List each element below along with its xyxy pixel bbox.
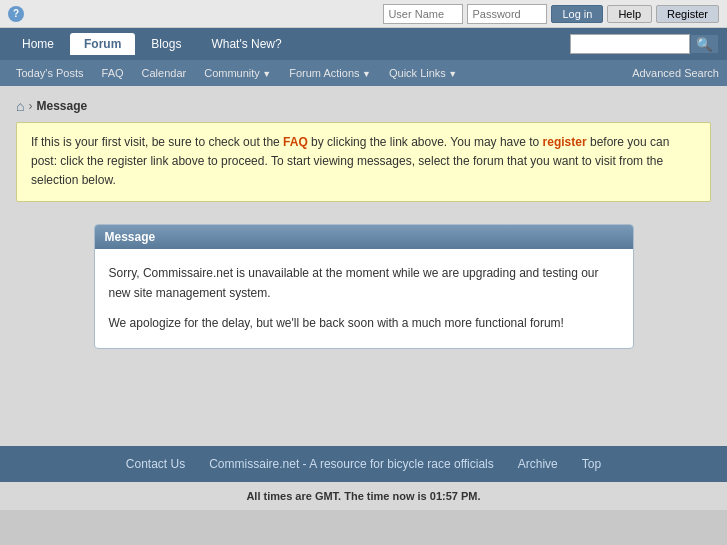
- footer-link-top[interactable]: Top: [582, 457, 601, 471]
- footer: Contact Us Commissaire.net - A resource …: [0, 446, 727, 482]
- message-line-1: Sorry, Commissaire.net is unavailable at…: [109, 263, 619, 304]
- nav-bar: Home Forum Blogs What's New? 🔍: [0, 28, 727, 60]
- top-bar: ? Log in Help Register: [0, 0, 727, 28]
- advanced-search-link[interactable]: Advanced Search: [632, 67, 719, 79]
- footer-link-contact-us[interactable]: Contact Us: [126, 457, 185, 471]
- content-area: ⌂ › Message If this is your first visit,…: [0, 86, 727, 446]
- sub-nav: Today's Posts FAQ Calendar Community For…: [0, 60, 727, 86]
- subnav-item-forum-actions[interactable]: Forum Actions: [281, 64, 379, 82]
- nav-search: 🔍: [570, 34, 719, 54]
- breadcrumb-separator: ›: [28, 99, 32, 113]
- top-bar-left: ?: [8, 6, 24, 22]
- nav-item-home[interactable]: Home: [8, 33, 68, 55]
- notice-register-link[interactable]: register: [543, 135, 587, 149]
- footer-link-archive[interactable]: Archive: [518, 457, 558, 471]
- password-input[interactable]: [467, 4, 547, 24]
- help-button[interactable]: Help: [607, 5, 652, 23]
- bottombar-text-end: .: [478, 490, 481, 502]
- bottombar-time: 01:57 PM: [430, 490, 478, 502]
- subnav-item-quick-links[interactable]: Quick Links: [381, 64, 465, 82]
- nav-item-forum[interactable]: Forum: [70, 33, 135, 55]
- notice-text-before-faq: If this is your first visit, be sure to …: [31, 135, 283, 149]
- login-button[interactable]: Log in: [551, 5, 603, 23]
- bottom-bar: All times are GMT. The time now is 01:57…: [0, 482, 727, 510]
- top-bar-right: Log in Help Register: [383, 4, 719, 24]
- notice-faq-link[interactable]: FAQ: [283, 135, 308, 149]
- notice-text-after-faq: by clicking the link above. You may have…: [308, 135, 543, 149]
- breadcrumb: ⌂ › Message: [16, 94, 711, 122]
- help-icon[interactable]: ?: [8, 6, 24, 22]
- nav-search-button[interactable]: 🔍: [690, 34, 719, 54]
- nav-item-blogs[interactable]: Blogs: [137, 33, 195, 55]
- register-button[interactable]: Register: [656, 5, 719, 23]
- message-box: Message Sorry, Commissaire.net is unavai…: [94, 224, 634, 349]
- bottombar-text: All times are GMT. The time now is: [246, 490, 429, 502]
- username-input[interactable]: [383, 4, 463, 24]
- nav-item-whats-new[interactable]: What's New?: [197, 33, 295, 55]
- message-wrapper: Message Sorry, Commissaire.net is unavai…: [16, 214, 711, 379]
- subnav-item-community[interactable]: Community: [196, 64, 279, 82]
- notice-box: If this is your first visit, be sure to …: [16, 122, 711, 202]
- breadcrumb-home-icon[interactable]: ⌂: [16, 98, 24, 114]
- message-line-2: We apologize for the delay, but we'll be…: [109, 313, 619, 333]
- footer-link-site-name[interactable]: Commissaire.net - A resource for bicycle…: [209, 457, 494, 471]
- subnav-item-todays-posts[interactable]: Today's Posts: [8, 64, 92, 82]
- nav-search-input[interactable]: [570, 34, 690, 54]
- breadcrumb-page: Message: [36, 99, 87, 113]
- subnav-item-faq[interactable]: FAQ: [94, 64, 132, 82]
- message-box-content: Sorry, Commissaire.net is unavailable at…: [95, 249, 633, 348]
- subnav-item-calendar[interactable]: Calendar: [134, 64, 195, 82]
- message-box-header: Message: [95, 225, 633, 249]
